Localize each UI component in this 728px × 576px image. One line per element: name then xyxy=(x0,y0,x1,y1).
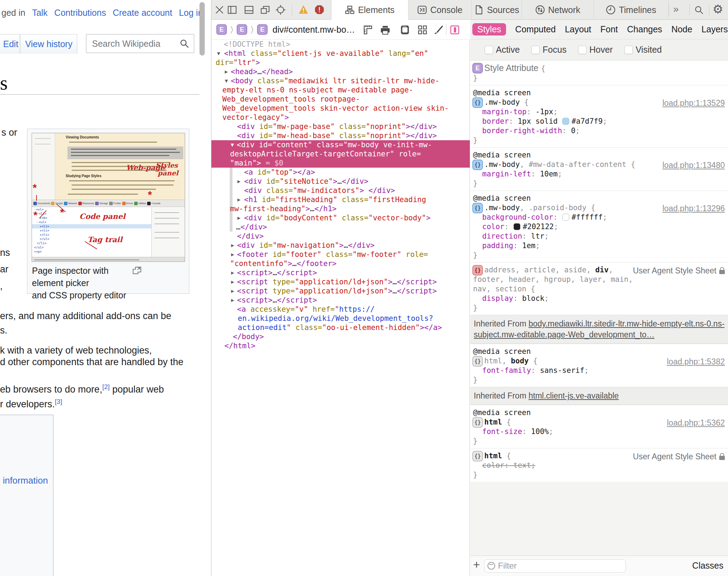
dom-tree-row[interactable]: ▶<div id="siteNotice">…</div> xyxy=(211,177,470,186)
sidebar-tab-layout[interactable]: Layout xyxy=(565,24,591,34)
pseudo-toggle-focus[interactable]: Focus xyxy=(531,45,566,55)
css-selector-line[interactable]: {}load.php:1:5362html { xyxy=(470,418,728,427)
personal-link[interactable]: Talk xyxy=(32,8,47,18)
css-property[interactable]: padding: 1em; xyxy=(470,241,728,251)
element-picker-icon[interactable] xyxy=(275,5,286,15)
css-property[interactable]: border-right-width: 0; xyxy=(470,126,728,136)
expand-triangle-icon[interactable]: ▶ xyxy=(231,250,234,259)
filter-input[interactable]: Filter xyxy=(484,559,626,572)
expand-triangle-icon[interactable]: ▶ xyxy=(231,286,234,296)
stylesheet-source-link[interactable]: load.php:1:5362 xyxy=(667,418,725,428)
stylesheet-source-link[interactable]: load.php:1:13296 xyxy=(662,204,725,213)
dom-tree-row[interactable]: <a id="top"></a> xyxy=(211,168,470,177)
css-property[interactable]: margin-top: -1px; xyxy=(470,107,728,117)
expand-triangle-icon[interactable]: ▶ xyxy=(231,296,234,305)
sidebar-tab-changes[interactable]: Changes xyxy=(627,24,662,34)
dom-tree-row[interactable]: <div id="mw-page-base" class="noprint"><… xyxy=(211,122,470,131)
element-badge[interactable]: E xyxy=(257,24,268,35)
classes-toggle-button[interactable]: Classes xyxy=(692,561,723,571)
collapse-triangle-icon[interactable]: ▼ xyxy=(217,49,220,58)
page-scrollbar-thumb[interactable] xyxy=(199,2,205,56)
dom-tree-row[interactable]: "main"> = $0 xyxy=(211,158,470,168)
css-property[interactable]: color: #202122; xyxy=(470,222,728,232)
warning-icon[interactable] xyxy=(299,5,309,15)
grid-overlay-icon[interactable] xyxy=(417,25,428,35)
css-selector-line[interactable]: {}load.php:1:13480.mw-body, #mw-data-aft… xyxy=(470,160,728,169)
inspector-tab-console[interactable]: Console xyxy=(408,0,472,20)
paintbrush-icon[interactable] xyxy=(433,25,444,35)
dom-tree-row[interactable]: </body> xyxy=(211,332,470,341)
tab-view-history[interactable]: View history xyxy=(20,34,77,54)
personal-link[interactable]: Create account xyxy=(113,8,172,18)
dom-tree-row[interactable]: mw-first-heading">…</h1> xyxy=(211,204,470,213)
stylesheet-source-link[interactable]: load.php:1:5382 xyxy=(667,357,725,367)
inspector-tab-network[interactable]: Network xyxy=(522,0,594,20)
element-badge[interactable]: E xyxy=(216,24,227,35)
dom-tree-row[interactable]: vector-legacy"> xyxy=(211,113,470,122)
css-selector-line[interactable]: {}load.php:1:13296.mw-body, .parsoid-bod… xyxy=(470,203,728,213)
css-property[interactable]: border: 1px solid #a7d7f9; xyxy=(470,117,728,126)
dom-tree-row[interactable]: </html> xyxy=(211,341,470,350)
css-property[interactable]: direction: ltr; xyxy=(470,232,728,241)
dom-tree-row[interactable]: ▶<div id="bodyContent" class="vector-bod… xyxy=(211,213,470,222)
css-property[interactable]: font-family: sans-serif; xyxy=(470,366,728,375)
tab-edit[interactable]: Edit xyxy=(0,34,20,54)
dom-tree-row[interactable]: ▼<html class="client-js ve-available" la… xyxy=(211,49,470,58)
figure-image[interactable]: Viewing Documents Studying Page Styles W… xyxy=(32,133,185,262)
expand-triangle-icon[interactable]: ▶ xyxy=(237,213,241,222)
ruler-icon[interactable] xyxy=(362,25,373,35)
dom-tree-row[interactable]: Web_development_tools rootpage- xyxy=(211,95,470,104)
enlarge-icon[interactable] xyxy=(133,267,141,274)
dom-tree-row[interactable]: en.wikipedia.org/wiki/Web_development_to… xyxy=(211,314,470,323)
dom-tree-row[interactable]: ▶<script type="application/ld+json">…</s… xyxy=(211,286,470,296)
error-icon[interactable] xyxy=(315,5,325,15)
dom-tree-row[interactable]: <a accesskey="v" href="https:// xyxy=(211,305,470,314)
personal-link[interactable]: Contributions xyxy=(54,8,106,18)
expand-triangle-icon[interactable]: ▶ xyxy=(231,241,234,250)
new-rule-button[interactable]: + xyxy=(473,558,480,571)
dom-tree-row[interactable]: ▶<footer id="footer" class="mw-footer" r… xyxy=(211,250,470,259)
settings-gear-icon[interactable]: ⚙ xyxy=(713,2,723,16)
reference-link[interactable]: [2] xyxy=(102,383,110,390)
css-property[interactable]: background-color: #ffffff; xyxy=(470,213,728,222)
inspector-tab-sources[interactable]: Sources xyxy=(472,0,522,20)
css-selector-line[interactable]: {}load.php:1:5382html, body { xyxy=(470,356,728,366)
dom-tree-row[interactable]: desktopArticleTarget-targetContainer" ro… xyxy=(211,149,470,158)
css-property[interactable]: margin-left: 10em; xyxy=(470,169,728,179)
element-badge[interactable]: E xyxy=(237,24,247,35)
dom-tree-row[interactable]: action=edit" class="oo-ui-element-hidden… xyxy=(211,323,470,332)
device-frame-icon[interactable] xyxy=(400,25,410,35)
dom-tree-row[interactable]: <div class="mw-indicators"> </div> xyxy=(211,186,470,195)
sidebar-tab-font[interactable]: Font xyxy=(601,24,618,34)
search-icon[interactable] xyxy=(179,38,190,49)
color-swatch[interactable] xyxy=(513,223,520,230)
dom-tree-row[interactable]: …</div> xyxy=(211,222,470,232)
collapse-triangle-icon[interactable]: ▼ xyxy=(231,140,234,149)
color-swatch[interactable] xyxy=(562,118,569,125)
dom-tree-row[interactable]: ▶<script type="application/ld+json">…</s… xyxy=(211,277,470,286)
dom-tree-row[interactable]: <div id="mw-head-base" class="noprint"><… xyxy=(211,131,470,140)
close-icon[interactable] xyxy=(214,5,225,15)
css-selector-line[interactable]: footer, header, hgroup, layer, main, nav… xyxy=(470,275,728,294)
reference-link[interactable]: [3] xyxy=(55,398,62,405)
inherited-node-link[interactable]: html.client-js.ve-available xyxy=(529,391,619,400)
expand-triangle-icon[interactable]: ▶ xyxy=(237,177,241,186)
detach-window-icon[interactable] xyxy=(260,5,270,15)
inspector-tab-elements[interactable]: Elements xyxy=(331,0,408,20)
sidebar-tab-layers[interactable]: Layers xyxy=(701,24,728,34)
dom-tree-row[interactable]: <!DOCTYPE html> xyxy=(211,40,470,49)
infobox-information-link[interactable]: information xyxy=(3,475,48,486)
css-selector-line[interactable]: {}load.php:1:13529.mw-body { xyxy=(470,98,728,107)
checkbox[interactable] xyxy=(578,46,586,54)
css-selector-line[interactable]: {}User Agent Style Sheetaddress, article… xyxy=(470,265,728,275)
dock-bottom-icon[interactable] xyxy=(244,5,254,15)
inspector-tab-timelines[interactable]: Timelines xyxy=(594,0,669,20)
search-icon[interactable] xyxy=(694,5,704,15)
dom-tree-row[interactable]: ▶<h1 id="firstHeading" class="firstHeadi… xyxy=(211,195,470,204)
dom-tree-row[interactable]: ▼<body class="mediawiki ltr sitedir-ltr … xyxy=(211,76,470,85)
dom-tree-row[interactable]: ▶<head>…</head> xyxy=(211,67,470,76)
stylesheet-source-link[interactable]: load.php:1:13480 xyxy=(662,161,725,170)
search-input[interactable]: Search Wikipedia xyxy=(86,34,194,53)
print-icon[interactable] xyxy=(380,25,391,35)
dom-tree-row[interactable]: empty-elt ns-0 ns-subject mw-editable pa… xyxy=(211,85,470,95)
